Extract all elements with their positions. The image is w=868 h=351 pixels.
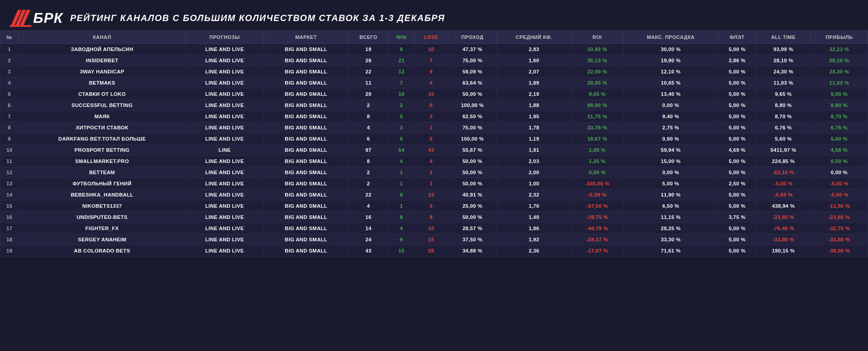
cell-win: 1 — [388, 201, 414, 212]
cell-channel: AB COLORADO BETS — [18, 245, 185, 257]
cell-market: BIG AND SMALL — [264, 145, 349, 156]
cell-all-time: -5,00 % — [756, 178, 811, 189]
cell-market: BIG AND SMALL — [264, 223, 349, 234]
cell-win: 54 — [388, 145, 414, 156]
table-header: № КАНАЛ ПРОГНОЗЫ МАРКЕТ ВСЕГО WIN LOSE П… — [0, 31, 868, 44]
cell-all-time: -5,60 % — [756, 189, 811, 201]
cell-win: 3 — [388, 122, 414, 133]
cell-prognoz: LINE AND LIVE — [186, 77, 264, 89]
cell-prokhod: 59,09 % — [448, 66, 497, 77]
cell-win: 4 — [388, 156, 414, 167]
cell-avg-kf: 1,88 — [497, 100, 571, 111]
cell-market: BIG AND SMALL — [264, 167, 349, 178]
cell-pribyl: 32,23 % — [811, 44, 868, 55]
cell-prokhod: 50,00 % — [448, 212, 497, 223]
cell-roi: -28,17 % — [571, 234, 623, 245]
cell-prognoz: LINE AND LIVE — [186, 66, 264, 77]
logo-icon — [9, 8, 32, 28]
cell-all-time: 438,94 % — [756, 201, 811, 212]
cell-channel: ФУТБОЛЬНЫЙ ГЕНИЙ — [18, 178, 185, 189]
cell-all-time: 11,03 % — [756, 77, 811, 89]
cell-market: BIG AND SMALL — [264, 133, 349, 145]
cell-all-time: 224,85 % — [756, 156, 811, 167]
cell-lose: 1 — [414, 178, 448, 189]
cell-max-prosadka: 0,00 % — [623, 100, 718, 111]
cell-lose: 3 — [414, 111, 448, 122]
cell-roi: 0,00 % — [571, 167, 623, 178]
cell-pribyl: 5,60 % — [811, 133, 868, 145]
table-row: 15NIKOBETS1337LINE AND LIVEBIG AND SMALL… — [0, 201, 868, 212]
cell-prognoz: LINE AND LIVE — [186, 167, 264, 178]
cell-num: 13 — [0, 178, 19, 189]
page: БРК РЕЙТИНГ КАНАЛОВ С БОЛЬШИМ КОЛИЧЕСТВО… — [0, 0, 868, 261]
cell-lose: 4 — [414, 77, 448, 89]
cell-prognoz: LINE AND LIVE — [186, 156, 264, 167]
cell-channel: SERGEY ANAHEIM — [18, 234, 185, 245]
cell-channel: ЗАВОДНОЙ АПЕЛЬСИН — [18, 44, 185, 55]
cell-all-time: -62,10 % — [756, 167, 811, 178]
cell-avg-kf: 1,89 — [497, 77, 571, 89]
cell-roi: -39,75 % — [571, 212, 623, 223]
table-row: 6SUCCESSFUL BETTINGLINE AND LIVEBIG AND … — [0, 100, 868, 111]
cell-max-prosadka: 28,25 % — [623, 223, 718, 234]
cell-all-time: 6,76 % — [756, 122, 811, 133]
cell-lose: 1 — [414, 122, 448, 133]
cell-lose: 13 — [414, 189, 448, 201]
cell-lose: 28 — [414, 245, 448, 257]
cell-lose: 8 — [414, 212, 448, 223]
cell-flat: 5,00 % — [718, 201, 756, 212]
cell-roi: -46,79 % — [571, 223, 623, 234]
cell-flat: 5,00 % — [718, 111, 756, 122]
cell-prokhod: 40,91 % — [448, 189, 497, 201]
cell-prognoz: LINE AND LIVE — [186, 133, 264, 145]
cell-avg-kf: 2,07 — [497, 66, 571, 77]
cell-channel: BEBESHKA_HANDBALL — [18, 189, 185, 201]
table-row: 9DARKFANG BET:ТОТАЛ БОЛЬШЕLINE AND LIVEB… — [0, 133, 868, 145]
cell-all-time: 5411,97 % — [756, 145, 811, 156]
cell-roi: -5,09 % — [571, 189, 623, 201]
col-all-time: ALL TIME — [756, 31, 811, 44]
cell-pribyl: -23,85 % — [811, 212, 868, 223]
cell-all-time: 190,15 % — [756, 245, 811, 257]
cell-avg-kf: 1,40 — [497, 212, 571, 223]
cell-avg-kf: 1,00 — [497, 178, 571, 189]
cell-pribyl: -5,00 % — [811, 178, 868, 189]
cell-avg-kf: 1,92 — [497, 234, 571, 245]
col-channel: КАНАЛ — [18, 31, 185, 44]
page-title: РЕЙТИНГ КАНАЛОВ С БОЛЬШИМ КОЛИЧЕСТВОМ СТ… — [70, 13, 445, 23]
cell-win: 6 — [388, 133, 414, 145]
table-row: 17FIGHTER_FXLINE AND LIVEBIG AND SMALL14… — [0, 223, 868, 234]
cell-prognoz: LINE AND LIVE — [186, 223, 264, 234]
col-avg-kf: СРЕДНИЙ КФ. — [497, 31, 571, 44]
cell-pribyl: 9,65 % — [811, 89, 868, 100]
cell-num: 6 — [0, 100, 19, 111]
cell-market: BIG AND SMALL — [264, 77, 349, 89]
cell-prokhod: 25,00 % — [448, 201, 497, 212]
cell-num: 5 — [0, 89, 19, 100]
cell-prognoz: LINE AND LIVE — [186, 189, 264, 201]
cell-market: BIG AND SMALL — [264, 178, 349, 189]
cell-prognoz: LINE AND LIVE — [186, 178, 264, 189]
cell-avg-kf: 1,81 — [497, 145, 571, 156]
cell-pribyl: 4,56 % — [811, 145, 868, 156]
cell-avg-kf: 2,00 — [497, 167, 571, 178]
cell-channel: INSIDERBET — [18, 55, 185, 66]
cell-avg-kf: 1,78 — [497, 122, 571, 133]
cell-total: 2 — [349, 178, 388, 189]
cell-flat: 3,75 % — [718, 212, 756, 223]
col-lose: LOSE — [414, 31, 448, 44]
cell-pribyl: 0,00 % — [811, 167, 868, 178]
table-row: 33WAY HANDICAPLINE AND LIVEBIG AND SMALL… — [0, 66, 868, 77]
cell-num: 8 — [0, 122, 19, 133]
cell-market: BIG AND SMALL — [264, 201, 349, 212]
cell-channel: ХИТРОСТИ СТАВОК — [18, 122, 185, 133]
cell-all-time: 8,70 % — [756, 111, 811, 122]
cell-market: BIG AND SMALL — [264, 156, 349, 167]
cell-prognoz: LINE AND LIVE — [186, 122, 264, 133]
cell-win: 1 — [388, 167, 414, 178]
ratings-table: № КАНАЛ ПРОГНОЗЫ МАРКЕТ ВСЕГО WIN LOSE П… — [0, 30, 868, 257]
cell-flat: 2,86 % — [718, 55, 756, 66]
table-row: 8ХИТРОСТИ СТАВОКLINE AND LIVEBIG AND SMA… — [0, 122, 868, 133]
cell-prokhod: 100,00 % — [448, 100, 497, 111]
cell-total: 97 — [349, 145, 388, 156]
